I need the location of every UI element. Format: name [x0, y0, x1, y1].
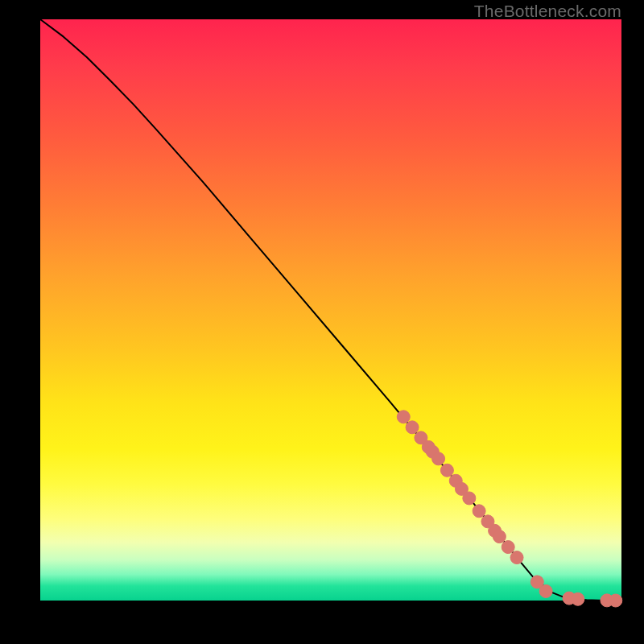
curve-line [40, 19, 621, 601]
data-point [432, 452, 445, 465]
curve-svg [40, 19, 621, 601]
attribution-label: TheBottleneck.com [474, 2, 621, 21]
data-point [493, 530, 506, 543]
data-point [502, 541, 514, 554]
data-point [539, 584, 552, 597]
data-point [510, 551, 523, 564]
data-point [473, 505, 485, 518]
data-point [406, 421, 419, 434]
data-points-group [397, 411, 622, 607]
chart-frame: TheBottleneck.com [0, 0, 644, 644]
data-point [440, 464, 453, 477]
curve-line-group [40, 19, 621, 601]
data-point [572, 592, 584, 605]
plot-area [40, 19, 621, 601]
data-point [397, 411, 410, 423]
data-point [609, 594, 622, 607]
data-point [463, 492, 476, 505]
